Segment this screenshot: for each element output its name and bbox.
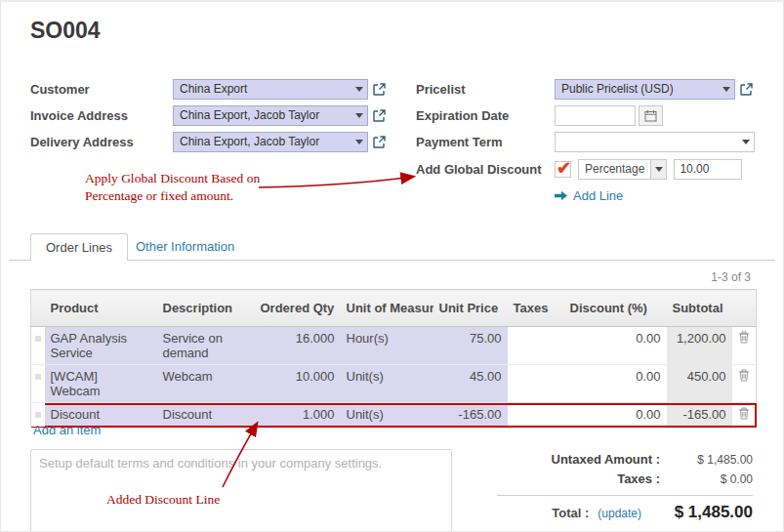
expiration-date-input[interactable] — [555, 105, 636, 126]
payment-term-dropdown[interactable] — [555, 132, 755, 152]
chevron-down-icon — [355, 87, 363, 92]
add-line-arrow-icon — [555, 190, 567, 201]
cell-product[interactable]: [WCAM] Webcam — [45, 365, 157, 403]
cell-description[interactable]: Discount — [157, 403, 255, 428]
cell-taxes[interactable] — [508, 365, 564, 403]
field-row-pricelist: Pricelist Public Pricelist (USD) — [416, 78, 753, 100]
external-link-icon — [740, 83, 753, 96]
select-caret-box — [650, 160, 666, 179]
add-an-item-link[interactable]: Add an item — [33, 423, 101, 437]
invoice-address-external-link-button[interactable] — [373, 109, 386, 122]
external-link-icon — [373, 109, 386, 122]
cell-discount[interactable]: 0.00 — [564, 365, 667, 403]
add-line-label: Add Line — [573, 188, 623, 203]
delete-row-button[interactable] — [732, 403, 757, 428]
update-total-link[interactable]: (update) — [598, 507, 641, 520]
cell-unit-price[interactable]: 75.00 — [433, 327, 508, 365]
row-handle — [31, 327, 45, 365]
totals-divider — [497, 495, 753, 496]
cell-subtotal: 450.00 — [667, 365, 732, 403]
chevron-down-icon — [722, 87, 730, 92]
cell-taxes[interactable] — [508, 327, 564, 365]
untaxed-amount-label: Untaxed Amount : — [552, 452, 660, 467]
annotation-global-discount: Apply Global Discount Based on Percentag… — [85, 170, 280, 204]
delivery-address-value: China Export, Jacob Taylor — [180, 135, 351, 148]
cell-unit-price[interactable]: -165.00 — [433, 403, 508, 428]
trash-icon — [738, 407, 750, 420]
header-unit-price: Unit Price — [433, 290, 508, 327]
global-discount-checkbox[interactable] — [555, 161, 571, 178]
tab-other-information[interactable]: Other Information — [136, 239, 234, 254]
sale-order-form: SO004 Customer China Export Invoice Addr… — [0, 0, 784, 532]
order-line-row[interactable]: GAP Analysis Service Service on demand 1… — [31, 327, 757, 365]
header-actions — [732, 290, 757, 327]
annotation-discount-line: Added Discount Line — [106, 491, 220, 509]
cell-discount[interactable]: 0.00 — [564, 403, 667, 428]
header-gutter — [31, 290, 45, 327]
tab-order-lines[interactable]: Order Lines — [30, 233, 128, 261]
invoice-address-label: Invoice Address — [30, 108, 173, 123]
field-row-payment-term: Payment Term — [416, 131, 755, 152]
table-header-row: Product Description Ordered Qty Unit of … — [31, 290, 757, 327]
customer-value: China Export — [180, 82, 351, 96]
header-ordered-qty: Ordered Qty — [255, 290, 341, 327]
global-discount-label: Add Global Discount — [416, 162, 555, 177]
cell-unit-of-measure[interactable]: Unit(s) — [341, 365, 433, 403]
discount-amount-input[interactable] — [674, 159, 742, 180]
chevron-down-icon — [655, 167, 663, 172]
cell-discount[interactable]: 0.00 — [564, 327, 667, 365]
cell-ordered-qty[interactable]: 10.000 — [255, 365, 341, 403]
field-row-customer: Customer China Export — [30, 78, 386, 100]
page-title: SO004 — [30, 18, 101, 44]
cell-unit-of-measure[interactable]: Unit(s) — [341, 403, 433, 428]
delivery-address-external-link-button[interactable] — [373, 136, 386, 148]
cell-description[interactable]: Webcam — [157, 365, 255, 403]
totals-panel: Untaxed Amount : $ 1,485.00 Taxes : $ 0.… — [497, 452, 753, 522]
discount-type-value: Percentage — [579, 160, 650, 179]
calendar-button[interactable] — [639, 105, 663, 126]
terms-and-conditions-textarea[interactable] — [30, 449, 452, 532]
customer-external-link-button[interactable] — [373, 83, 386, 96]
trash-icon — [738, 331, 750, 344]
header-discount: Discount (%) — [564, 290, 667, 327]
pager: 1-3 of 3 — [711, 270, 751, 284]
pricelist-external-link-button[interactable] — [740, 83, 753, 96]
invoice-address-value: China Export, Jacob Taylor — [180, 108, 351, 122]
external-link-icon — [373, 136, 386, 148]
cell-product[interactable]: GAP Analysis Service — [45, 327, 157, 365]
pricelist-label: Pricelist — [416, 82, 555, 97]
add-line-button[interactable]: Add Line — [555, 188, 623, 203]
cell-subtotal: -165.00 — [667, 403, 732, 428]
customer-label: Customer — [30, 82, 173, 97]
invoice-address-dropdown[interactable]: China Export, Jacob Taylor — [173, 105, 368, 126]
order-line-row[interactable]: [WCAM] Webcam Webcam 10.000 Unit(s) 45.0… — [31, 365, 757, 403]
delivery-address-dropdown[interactable]: China Export, Jacob Taylor — [173, 132, 368, 152]
field-row-global-discount: Add Global Discount Percentage — [416, 158, 742, 180]
cell-taxes[interactable] — [508, 403, 564, 428]
cell-ordered-qty[interactable]: 1.000 — [255, 403, 341, 428]
order-line-row-discount[interactable]: Discount Discount 1.000 Unit(s) -165.00 … — [31, 403, 757, 428]
customer-dropdown[interactable]: China Export — [173, 79, 368, 100]
field-row-invoice-address: Invoice Address China Export, Jacob Tayl… — [30, 104, 386, 126]
cell-description[interactable]: Service on demand — [157, 327, 255, 365]
payment-term-label: Payment Term — [416, 135, 555, 149]
tab-order-lines-label: Order Lines — [46, 240, 112, 255]
total-row: Total : (update) $ 1,485.00 — [497, 503, 753, 522]
header-unit-of-measure: Unit of Measure — [341, 290, 433, 327]
arrow-to-global-discount — [259, 177, 413, 187]
trash-icon — [738, 369, 750, 382]
cell-unit-of-measure[interactable]: Hour(s) — [341, 327, 433, 365]
pricelist-dropdown[interactable]: Public Pricelist (USD) — [555, 79, 735, 100]
taxes-label: Taxes : — [617, 471, 660, 486]
expiration-date-label: Expiration Date — [416, 108, 555, 123]
cell-subtotal: 1,200.00 — [667, 327, 732, 365]
cell-unit-price[interactable]: 45.00 — [433, 365, 508, 403]
taxes-value: $ 0.00 — [660, 472, 753, 486]
cell-ordered-qty[interactable]: 16.000 — [255, 327, 341, 365]
delete-row-button[interactable] — [732, 365, 757, 403]
discount-type-select[interactable]: Percentage — [578, 159, 667, 180]
external-link-icon — [373, 83, 386, 96]
order-lines-table: Product Description Ordered Qty Unit of … — [30, 289, 757, 428]
delete-row-button[interactable] — [732, 327, 757, 365]
field-row-delivery-address: Delivery Address China Export, Jacob Tay… — [30, 131, 386, 152]
